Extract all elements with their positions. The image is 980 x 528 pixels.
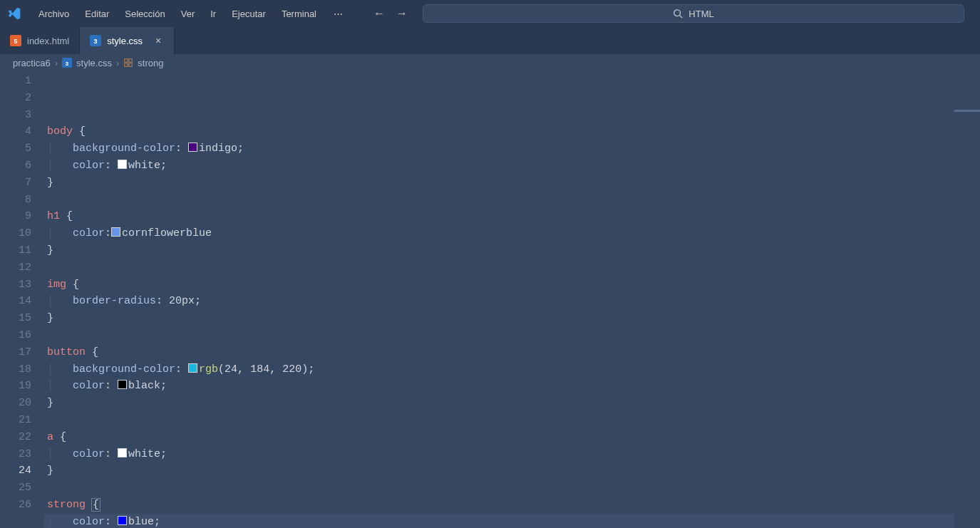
search-placeholder: HTML [688, 9, 713, 19]
line-number: 13 [0, 276, 47, 294]
line-number: 21 [0, 412, 47, 429]
code-line[interactable]: │ background-color: rgb(24, 184, 220); [47, 361, 980, 378]
svg-rect-9 [129, 59, 132, 62]
color-swatch-icon[interactable] [111, 227, 120, 237]
breadcrumb[interactable]: practica6 › 3 style.css › strong [0, 54, 980, 71]
svg-rect-11 [129, 63, 132, 66]
menu-item[interactable]: Archivo [31, 4, 76, 24]
svg-line-1 [680, 16, 683, 19]
code-line[interactable]: strong { [47, 497, 980, 514]
line-number: 18 [0, 361, 47, 378]
code-line[interactable]: } [47, 395, 980, 412]
menu-item[interactable]: Ejecutar [225, 4, 273, 24]
code-line[interactable]: │ color:cornflowerblue [47, 225, 980, 242]
line-number: 7 [0, 175, 47, 192]
breadcrumb-root[interactable]: practica6 [13, 58, 51, 68]
line-number: 6 [0, 157, 47, 175]
code-line[interactable]: img { [47, 276, 980, 294]
code-line[interactable]: │ background-color: indigo; [47, 140, 980, 157]
command-center-search[interactable]: HTML [423, 4, 964, 23]
menu-overflow-icon[interactable]: ⋯ [326, 4, 350, 24]
line-number: 19 [0, 378, 47, 395]
color-swatch-icon[interactable] [118, 380, 127, 389]
breadcrumb-file[interactable]: style.css [76, 58, 112, 68]
line-number: 22 [0, 429, 47, 446]
code-line[interactable] [47, 259, 980, 276]
html-file-icon: 5 [10, 35, 21, 46]
code-line[interactable]: h1 { [47, 208, 980, 225]
line-number: 2 [0, 90, 47, 107]
symbol-icon [123, 58, 133, 68]
line-number: 1 [0, 73, 47, 90]
tab-label: style.css [107, 36, 143, 46]
tab-style-css[interactable]: 3style.css× [80, 27, 175, 54]
svg-text:3: 3 [66, 61, 69, 67]
code-line[interactable]: │ color: white; [47, 446, 980, 463]
code-line[interactable] [47, 327, 980, 344]
menu-item[interactable]: Ir [203, 4, 223, 24]
line-number: 16 [0, 327, 47, 344]
code-line[interactable]: a { [47, 429, 980, 446]
line-number: 15 [0, 310, 47, 327]
code-line[interactable]: │ color: white; [47, 157, 980, 175]
titlebar: ArchivoEditarSelecciónVerIrEjecutarTermi… [0, 0, 980, 27]
nav-forward-button[interactable]: → [396, 7, 408, 20]
code-line[interactable]: │ color: black; [47, 378, 980, 395]
code-line[interactable]: button { [47, 344, 980, 361]
vscode-logo-icon [6, 5, 23, 22]
code-line[interactable]: │ color: blue; [44, 514, 980, 528]
color-swatch-icon[interactable] [118, 160, 127, 169]
line-number: 17 [0, 344, 47, 361]
svg-text:5: 5 [14, 38, 17, 45]
color-swatch-icon[interactable] [118, 516, 127, 525]
svg-rect-8 [125, 59, 128, 62]
line-number: 4 [0, 123, 47, 140]
code-body[interactable]: body {│ background-color: indigo;│ color… [47, 71, 980, 528]
line-number: 9 [0, 208, 47, 225]
line-number-gutter: 1234567891011121314151617181920212223242… [0, 71, 47, 528]
editor-tabs: 5index.html3style.css× [0, 27, 980, 54]
line-number: 8 [0, 192, 47, 209]
search-icon [673, 9, 683, 19]
line-number: 11 [0, 242, 47, 259]
code-line[interactable]: body { [47, 123, 980, 140]
line-number: 26 [0, 497, 47, 514]
code-line[interactable] [47, 192, 980, 209]
line-number: 25 [0, 480, 47, 497]
line-number: 5 [0, 140, 47, 157]
line-number: 20 [0, 395, 47, 412]
code-line[interactable]: } [47, 310, 980, 327]
line-number: 12 [0, 259, 47, 276]
menu-item[interactable]: Editar [78, 4, 116, 24]
css-file-icon: 3 [90, 35, 101, 46]
color-swatch-icon[interactable] [188, 363, 197, 373]
code-line[interactable]: } [47, 175, 980, 192]
nav-back-button[interactable]: ← [373, 7, 386, 20]
line-number: 14 [0, 293, 47, 310]
code-editor[interactable]: 1234567891011121314151617181920212223242… [0, 71, 980, 528]
menu-item[interactable]: Selección [118, 4, 172, 24]
code-line[interactable]: } [47, 242, 980, 259]
color-swatch-icon[interactable] [118, 448, 127, 457]
chevron-right-icon: › [116, 58, 119, 68]
menu-item[interactable]: Terminal [274, 4, 324, 24]
minimap[interactable] [954, 71, 980, 528]
main-menu: ArchivoEditarSelecciónVerIrEjecutarTermi… [31, 4, 324, 24]
breadcrumb-symbol[interactable]: strong [138, 58, 163, 68]
line-number: 10 [0, 225, 47, 242]
code-line[interactable]: } [47, 462, 980, 480]
nav-arrows: ← → [373, 7, 408, 20]
css-file-icon: 3 [62, 58, 72, 68]
code-line[interactable] [47, 412, 980, 429]
code-line[interactable] [47, 480, 980, 497]
close-icon[interactable]: × [153, 35, 164, 46]
line-number: 24 [0, 462, 47, 480]
menu-item[interactable]: Ver [174, 4, 202, 24]
code-line[interactable]: │ border-radius: 20px; [47, 293, 980, 310]
line-number: 23 [0, 446, 47, 463]
svg-text:3: 3 [94, 38, 98, 45]
tab-index-html[interactable]: 5index.html [0, 27, 80, 54]
svg-rect-10 [125, 63, 128, 66]
line-number: 3 [0, 107, 47, 124]
color-swatch-icon[interactable] [188, 143, 197, 152]
